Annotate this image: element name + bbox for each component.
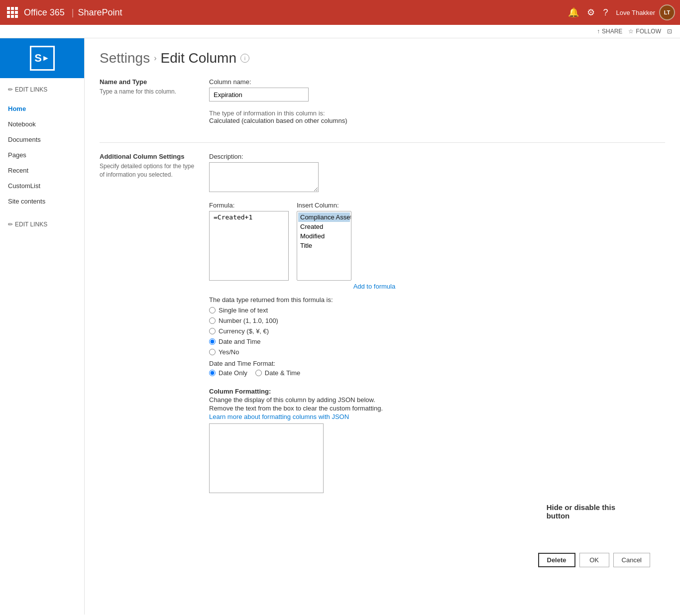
footer-buttons: Delete OK Cancel bbox=[100, 543, 665, 577]
radio-date-time-input[interactable] bbox=[255, 370, 262, 376]
pencil-icon-top: ✏ bbox=[8, 86, 13, 93]
col-format-textarea[interactable] bbox=[209, 423, 324, 493]
radio-number: Number (1, 1.0, 100) bbox=[209, 317, 665, 324]
column-name-group: Column name: bbox=[209, 78, 665, 102]
formula-column: Formula: =Created+1 bbox=[209, 202, 289, 282]
radio-date-only-label[interactable]: Date Only bbox=[219, 369, 247, 377]
sidebar-item-site-contents[interactable]: Site contents bbox=[0, 194, 84, 209]
name-type-title: Name and Type bbox=[100, 78, 199, 86]
hide-disable-line2: button bbox=[547, 512, 615, 520]
col-format-title: Column Formatting: bbox=[209, 388, 665, 395]
col-format-link[interactable]: Learn more about formatting columns with… bbox=[209, 413, 349, 420]
delete-button[interactable]: Delete bbox=[538, 553, 575, 567]
share-icon: ↑ bbox=[597, 28, 600, 35]
sidebar-item-notebook[interactable]: Notebook bbox=[0, 116, 84, 132]
additional-desc: Specify detailed options for the type of… bbox=[100, 162, 199, 179]
page-title: Edit Column bbox=[161, 50, 237, 66]
radio-single-line-input[interactable] bbox=[209, 307, 216, 313]
page-title-row: Settings › Edit Column i bbox=[100, 50, 665, 66]
breadcrumb-settings[interactable]: Settings bbox=[100, 50, 150, 66]
sharepoint-label: SharePoint bbox=[78, 7, 122, 18]
sharepoint-logo-icon: S► bbox=[30, 46, 55, 71]
fullscreen-icon: ⊡ bbox=[667, 28, 672, 35]
insert-option-0[interactable]: Compliance Asset Id bbox=[298, 212, 350, 222]
name-and-type-section: Name and Type Type a name for this colum… bbox=[100, 78, 665, 132]
radio-number-label[interactable]: Number (1, 1.0, 100) bbox=[219, 317, 278, 324]
content-area: Settings › Edit Column i Name and Type T… bbox=[85, 38, 680, 615]
column-name-input[interactable] bbox=[209, 88, 309, 102]
main-layout: S► ✏ EDIT LINKS Home Notebook Documents … bbox=[0, 38, 680, 615]
data-type-section: The data type returned from this formula… bbox=[209, 296, 665, 356]
formula-label: Formula: bbox=[209, 202, 289, 209]
top-nav-bar: Office 365 | SharePoint 🔔 ⚙ ? Love Thakk… bbox=[0, 0, 680, 25]
nav-divider: | bbox=[72, 7, 74, 18]
settings-icon[interactable]: ⚙ bbox=[587, 7, 595, 18]
hide-disable-text: Hide or disable this button bbox=[547, 503, 615, 520]
name-type-desc: Type a name for this column. bbox=[100, 88, 199, 96]
sidebar-edit-links-bottom[interactable]: ✏ EDIT LINKS bbox=[0, 217, 84, 232]
sidebar-item-pages[interactable]: Pages bbox=[0, 147, 84, 163]
app-name-label: Office 365 bbox=[24, 7, 65, 18]
datetime-format-options: Date Only Date & Time bbox=[209, 369, 665, 380]
user-menu[interactable]: Love Thakker LT bbox=[616, 4, 675, 20]
share-button[interactable]: ↑ SHARE bbox=[597, 28, 622, 35]
additional-label-left: Additional Column Settings Specify detai… bbox=[100, 153, 209, 493]
help-icon[interactable]: ? bbox=[603, 7, 608, 18]
formula-textarea[interactable]: =Created+1 bbox=[209, 211, 289, 281]
action-bar: ↑ SHARE ☆ FOLLOW ⊡ bbox=[0, 25, 680, 38]
radio-single-line-label[interactable]: Single line of text bbox=[219, 307, 268, 314]
name-type-form-right: Column name: The type of information in … bbox=[209, 78, 665, 132]
radio-number-input[interactable] bbox=[209, 317, 216, 324]
pencil-icon-bottom: ✏ bbox=[8, 221, 13, 228]
star-icon: ☆ bbox=[628, 28, 634, 35]
type-info-label: The type of information in this column i… bbox=[209, 109, 665, 117]
section-label-left: Name and Type Type a name for this colum… bbox=[100, 78, 209, 132]
column-formatting-section: Column Formatting: Change the display of… bbox=[209, 388, 665, 493]
radio-date-only-input[interactable] bbox=[209, 370, 216, 376]
insert-column-listbox[interactable]: Compliance Asset IdCreatedModifiedTitle bbox=[297, 211, 351, 281]
description-group: Description: bbox=[209, 153, 665, 194]
sidebar-edit-links-top[interactable]: ✏ EDIT LINKS bbox=[0, 82, 84, 97]
sidebar: S► ✏ EDIT LINKS Home Notebook Documents … bbox=[0, 38, 85, 615]
radio-yesno-input[interactable] bbox=[209, 349, 216, 355]
radio-date-time-label[interactable]: Date & Time bbox=[265, 369, 301, 377]
radio-datetime-label[interactable]: Date and Time bbox=[219, 338, 261, 345]
add-to-formula-link[interactable]: Add to formula bbox=[297, 283, 395, 290]
additional-form-right: Description: Formula: =Created+1 Insert … bbox=[209, 153, 665, 493]
radio-date-time: Date & Time bbox=[255, 369, 301, 377]
insert-option-2[interactable]: Modified bbox=[298, 231, 350, 241]
col-format-desc1: Change the display of this column by add… bbox=[209, 396, 665, 404]
column-name-label: Column name: bbox=[209, 78, 665, 86]
sidebar-nav: Home Notebook Documents Pages Recent Cus… bbox=[0, 97, 84, 213]
radio-date-only: Date Only bbox=[209, 369, 247, 377]
radio-currency-input[interactable] bbox=[209, 328, 216, 334]
cancel-button[interactable]: Cancel bbox=[613, 553, 650, 567]
sidebar-item-recent[interactable]: Recent bbox=[0, 163, 84, 178]
type-info-group: The type of information in this column i… bbox=[209, 109, 665, 124]
insert-option-1[interactable]: Created bbox=[298, 222, 350, 231]
fullscreen-button[interactable]: ⊡ bbox=[667, 28, 672, 35]
waffle-icon bbox=[7, 7, 18, 18]
description-textarea[interactable] bbox=[209, 162, 319, 192]
col-format-desc2: Remove the text from the box to clear th… bbox=[209, 405, 665, 412]
radio-currency: Currency ($, ¥, €) bbox=[209, 327, 665, 335]
insert-column: Insert Column: Compliance Asset IdCreate… bbox=[297, 202, 395, 290]
additional-title: Additional Column Settings bbox=[100, 153, 199, 160]
info-icon[interactable]: i bbox=[240, 54, 249, 63]
datetime-format-section: Date and Time Format: Date Only Date & T… bbox=[209, 360, 665, 380]
follow-button[interactable]: ☆ FOLLOW bbox=[628, 28, 661, 35]
description-label: Description: bbox=[209, 153, 665, 160]
sidebar-item-documents[interactable]: Documents bbox=[0, 132, 84, 147]
sidebar-logo: S► bbox=[0, 38, 84, 78]
notification-icon[interactable]: 🔔 bbox=[568, 7, 579, 18]
radio-yesno-label[interactable]: Yes/No bbox=[219, 348, 239, 356]
waffle-menu-button[interactable] bbox=[5, 5, 20, 20]
radio-datetime-input[interactable] bbox=[209, 338, 216, 345]
sidebar-item-home[interactable]: Home bbox=[0, 101, 84, 116]
breadcrumb-arrow: › bbox=[154, 54, 156, 63]
radio-currency-label[interactable]: Currency ($, ¥, €) bbox=[219, 327, 269, 335]
sidebar-item-customlist[interactable]: CustomList bbox=[0, 178, 84, 194]
insert-option-3[interactable]: Title bbox=[298, 241, 350, 250]
ok-button[interactable]: OK bbox=[579, 553, 609, 567]
hide-disable-line1: Hide or disable this bbox=[547, 503, 615, 512]
